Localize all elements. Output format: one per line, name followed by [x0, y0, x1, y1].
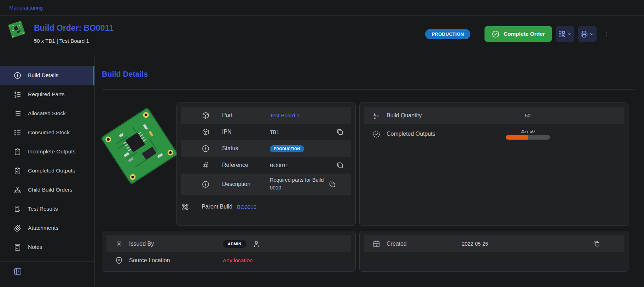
- print-actions-button[interactable]: [578, 26, 597, 42]
- complete-order-button[interactable]: Complete Order: [485, 26, 552, 42]
- reference-value: BO0011: [270, 163, 333, 168]
- copy-button[interactable]: [333, 128, 346, 136]
- user-icon: [115, 240, 123, 248]
- calendar-icon: [372, 240, 381, 248]
- copy-icon: [336, 128, 344, 136]
- status-label: Status: [222, 145, 270, 152]
- part-image[interactable]: [102, 102, 176, 226]
- sidebar-item-label: Child Build Orders: [28, 187, 72, 193]
- description-value: Required parts for Build 0010: [270, 176, 326, 192]
- map-pin-icon: [115, 256, 123, 264]
- created-card: Created 2022-05-25: [359, 231, 628, 272]
- sidebar-item-build-details[interactable]: Build Details: [0, 66, 94, 85]
- notes-icon: [13, 243, 22, 251]
- details-grid: Part Test Board 1 IPN TB1 Status: [102, 102, 644, 272]
- table-row-build-quantity: Build Quantity 50: [364, 107, 624, 124]
- header-left: Build Order: BO0011 50 x TB1 | Test Boar…: [8, 20, 114, 44]
- part-thumbnail[interactable]: [8, 20, 25, 38]
- header-titles: Build Order: BO0011 50 x TB1 | Test Boar…: [34, 20, 114, 44]
- progress-track: [506, 135, 550, 140]
- sidebar-item-allocated-stock[interactable]: Allocated Stock: [0, 104, 94, 123]
- sidebar: Build Details Required Parts Allocated S…: [0, 57, 95, 287]
- parent-build-label: Parent Build: [202, 203, 237, 211]
- section-divider: [102, 89, 635, 90]
- table-row-created: Created 2022-05-25: [364, 235, 624, 252]
- issued-card: Issued By ADMIN Source Location Any loca…: [102, 231, 356, 272]
- copy-button[interactable]: [590, 240, 603, 247]
- table-row-ipn: IPN TB1: [181, 124, 351, 140]
- clipboard-list-icon: [13, 148, 22, 156]
- copy-icon: [329, 181, 336, 188]
- table-row-status: Status PRODUCTION: [181, 140, 351, 157]
- ipn-value: TB1: [270, 129, 333, 135]
- page-body: Build Details Required Parts Allocated S…: [0, 57, 644, 287]
- more-actions-button[interactable]: [602, 26, 612, 42]
- build-order-page: Manufacturing Build Order: BO0011 50 x T…: [0, 0, 644, 287]
- sidebar-item-attachments[interactable]: Attachments: [0, 218, 94, 238]
- file-check-icon: [13, 205, 22, 213]
- copy-button[interactable]: [333, 162, 346, 169]
- completed-outputs-progress: 25 / 50: [506, 129, 550, 140]
- qrcode-icon: [558, 30, 566, 38]
- sidebar-item-incomplete-outputs[interactable]: Incomplete Outputs: [0, 142, 94, 161]
- table-row-parent-build: Parent Build BO0010: [181, 195, 351, 219]
- tools-icon: [181, 203, 189, 211]
- copy-button[interactable]: [326, 181, 338, 188]
- table-row-reference: Reference BO0011: [181, 157, 351, 174]
- breadcrumb: Manufacturing: [0, 0, 644, 16]
- description-label: Description: [222, 180, 270, 188]
- copy-icon: [593, 240, 600, 247]
- created-label: Created: [387, 241, 440, 247]
- sidebar-item-notes[interactable]: Notes: [0, 238, 94, 257]
- sidebar-item-label: Build Details: [28, 72, 58, 78]
- sidebar-item-completed-outputs[interactable]: Completed Outputs: [0, 161, 94, 180]
- section-title: Build Details: [102, 70, 644, 79]
- part-link[interactable]: Test Board 1: [270, 112, 300, 118]
- sidebar-item-test-results[interactable]: Test Results: [0, 199, 94, 218]
- circle-check-icon: [492, 30, 500, 38]
- header-actions: PRODUCTION Complete Order: [425, 26, 612, 42]
- source-location-value: Any location: [223, 257, 253, 264]
- sidebar-divider: [0, 261, 94, 262]
- sidebar-collapse-icon: [13, 267, 22, 276]
- build-quantity-label: Build Quantity: [387, 112, 492, 119]
- page-header: Build Order: BO0011 50 x TB1 | Test Boar…: [0, 16, 644, 57]
- ipn-label: IPN: [222, 128, 270, 136]
- sidebar-item-label: Completed Outputs: [28, 168, 75, 174]
- pcb-thumbnail-image: [8, 20, 25, 38]
- sidebar-item-child-build-orders[interactable]: Child Build Orders: [0, 180, 94, 199]
- hash-icon: [202, 161, 210, 169]
- printer-icon: [580, 30, 588, 38]
- sidebar-item-label: Required Parts: [28, 91, 64, 98]
- breadcrumb-manufacturing-link[interactable]: Manufacturing: [9, 5, 43, 11]
- copy-icon: [336, 162, 344, 169]
- parent-build-link[interactable]: BO0010: [237, 204, 256, 210]
- sidebar-item-required-parts[interactable]: Required Parts: [0, 85, 94, 104]
- barcode-actions-button[interactable]: [556, 26, 574, 42]
- table-row-completed-outputs: Completed Outputs 25 / 50: [364, 124, 624, 144]
- completed-outputs-progress-fill: [506, 135, 528, 140]
- table-row-source-location: Source Location Any location: [106, 252, 351, 269]
- sidebar-item-label: Allocated Stock: [28, 110, 66, 117]
- issued-by-badge: ADMIN: [223, 240, 246, 248]
- circle-dashed-check-icon: [372, 130, 381, 138]
- status-badge-small: PRODUCTION: [270, 145, 304, 152]
- table-row-part: Part Test Board 1: [181, 107, 351, 124]
- sidebar-item-label: Incomplete Outputs: [28, 148, 75, 155]
- hierarchy-icon: [13, 186, 22, 194]
- paperclip-icon: [13, 224, 22, 232]
- collapse-sidebar-button[interactable]: [13, 266, 23, 276]
- reference-label: Reference: [222, 161, 270, 169]
- chevron-down-icon: [589, 31, 594, 37]
- box-icon: [202, 111, 210, 119]
- sidebar-item-consumed-stock[interactable]: Consumed Stock: [0, 123, 94, 142]
- pcb-image: [99, 106, 179, 186]
- box-icon: [202, 128, 210, 136]
- created-value: 2022-05-25: [440, 241, 510, 247]
- info-circle-icon: [13, 71, 22, 80]
- part-label: Part: [222, 111, 270, 119]
- page-title: Build Order: BO0011: [34, 23, 114, 33]
- user-icon: [253, 240, 260, 248]
- sidebar-item-label: Consumed Stock: [28, 129, 70, 136]
- status-badge: PRODUCTION: [425, 29, 470, 39]
